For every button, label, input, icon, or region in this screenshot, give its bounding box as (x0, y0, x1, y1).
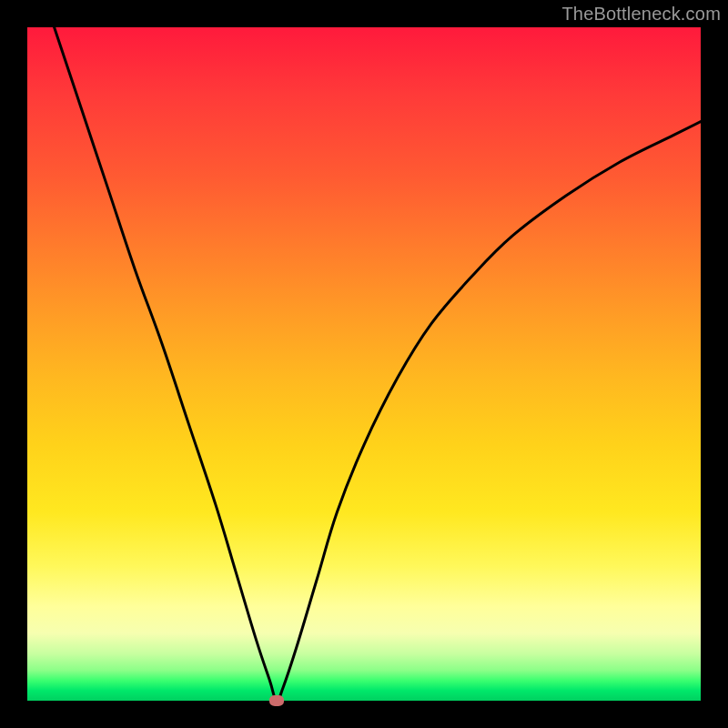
curve-svg (27, 27, 701, 701)
watermark-text: TheBottleneck.com (561, 4, 721, 25)
chart-frame: TheBottleneck.com (0, 0, 728, 728)
plot-area (27, 27, 701, 701)
optimal-point-marker (269, 695, 284, 706)
bottleneck-curve (55, 27, 701, 701)
